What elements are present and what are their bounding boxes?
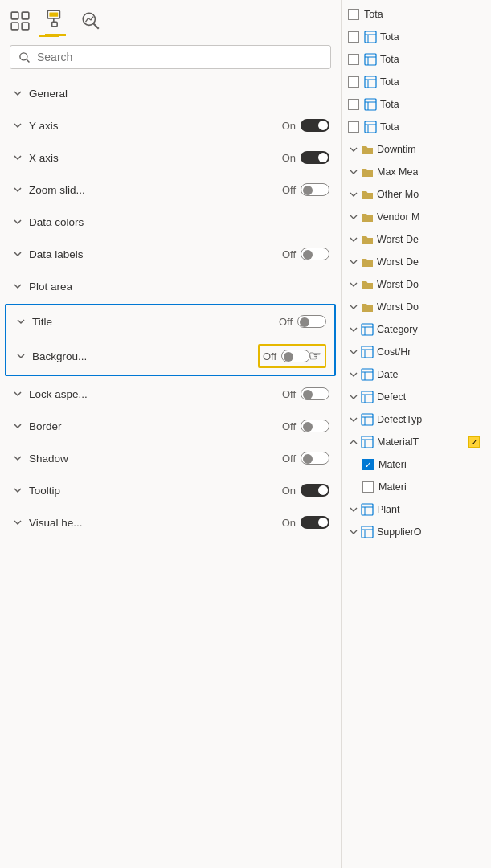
folder-icon [361, 278, 374, 291]
partial-checkbox[interactable]: ✓ [468, 436, 480, 448]
tree-checkbox[interactable] [362, 481, 374, 493]
setting-row-data-labels[interactable]: Data labels Off [0, 238, 341, 270]
tree-label: Tota [380, 31, 399, 43]
table-icon [364, 31, 377, 43]
lock-aspect-toggle[interactable]: Off [282, 387, 329, 400]
paint-roller-icon [45, 8, 66, 29]
data-labels-toggle[interactable]: Off [282, 248, 329, 260]
list-item[interactable]: Tota [342, 3, 491, 26]
sub-item-materi1[interactable]: ✓ Materi [342, 453, 491, 476]
title-toggle-label: Off [279, 316, 293, 328]
list-item[interactable]: Tota [342, 93, 491, 116]
tooltip-toggle-track[interactable] [301, 484, 329, 497]
setting-row-plot-area[interactable]: Plot area [0, 270, 341, 302]
title-toggle[interactable]: Off [279, 315, 326, 328]
folder-item-vendor-m[interactable]: Vendor M [342, 206, 491, 228]
setting-row-border[interactable]: Border Off [0, 410, 341, 442]
chevron-down-icon [348, 414, 359, 425]
table-item-costhr[interactable]: Cost/Hr [342, 341, 491, 363]
background-toggle[interactable]: Off ☞ [258, 344, 326, 368]
chevron-icon [11, 484, 24, 497]
tree-label: Tota [380, 99, 399, 110]
list-item[interactable]: Tota [342, 71, 491, 93]
chevron-down-icon [348, 391, 359, 403]
background-toggle-track[interactable] [281, 350, 310, 362]
sub-item-materi2[interactable]: Materi [342, 476, 491, 498]
chevron-icon [11, 151, 24, 164]
folder-item-max-mea[interactable]: Max Mea [342, 161, 491, 183]
cursor-pointer-icon: ☞ [309, 347, 321, 365]
folder-item-worst-do2[interactable]: Worst Do [342, 296, 491, 318]
tree-checkbox-checked[interactable]: ✓ [362, 459, 374, 470]
list-item[interactable]: Tota [342, 116, 491, 138]
table-item-defect[interactable]: Defect [342, 386, 491, 408]
visual-header-toggle-track[interactable] [301, 516, 329, 529]
setting-row-visual-header[interactable]: Visual he... On [0, 506, 341, 538]
toolbar-paint-button[interactable] [45, 8, 66, 36]
setting-row-zoom-slider[interactable]: Zoom slid... Off [0, 174, 341, 206]
setting-row-y-axis[interactable]: Y axis On [0, 109, 341, 141]
zoom-slider-toggle[interactable]: Off [282, 183, 329, 196]
tree-checkbox[interactable] [348, 54, 359, 65]
visual-header-toggle-label: On [282, 517, 296, 529]
y-axis-toggle[interactable]: On [282, 119, 329, 132]
setting-row-x-axis[interactable]: X axis On [0, 141, 341, 174]
highlighted-title-bg-group: Title Off Backgrou... Off ☞ [5, 304, 336, 376]
svg-rect-5 [49, 12, 58, 16]
folder-item-worst-de1[interactable]: Worst De [342, 228, 491, 251]
title-toggle-track[interactable] [297, 315, 326, 328]
tree-checkbox[interactable] [348, 31, 359, 43]
table-icon [361, 368, 374, 381]
setting-row-lock-aspect[interactable]: Lock aspe... Off [0, 378, 341, 410]
chevron-down-icon [348, 324, 359, 335]
visual-header-toggle[interactable]: On [282, 516, 329, 529]
tree-checkbox[interactable] [348, 121, 359, 133]
border-toggle-track[interactable] [301, 420, 329, 432]
folder-item-worst-do1[interactable]: Worst Do [342, 273, 491, 296]
search-input[interactable] [37, 51, 322, 63]
lock-aspect-toggle-track[interactable] [301, 387, 329, 400]
folder-item-worst-de2[interactable]: Worst De [342, 251, 491, 273]
folder-item-other-mo[interactable]: Other Mo [342, 183, 491, 206]
border-toggle-label: Off [282, 420, 296, 432]
folder-item-downtime[interactable]: Downtim [342, 138, 491, 161]
chevron-icon [11, 248, 24, 260]
tree-checkbox[interactable] [348, 9, 359, 20]
table-item-materialt[interactable]: MaterialT ✓ [342, 431, 491, 453]
list-item[interactable]: Tota [342, 48, 491, 71]
toolbar-analytics-button[interactable] [80, 10, 101, 36]
tooltip-toggle[interactable]: On [282, 484, 329, 497]
table-item-date[interactable]: Date [342, 363, 491, 386]
tree-checkbox[interactable] [348, 99, 359, 110]
setting-row-tooltip[interactable]: Tooltip On [0, 474, 341, 506]
table-item-suppliero[interactable]: SupplierO [342, 521, 491, 543]
table-item-defecttyp[interactable]: DefectTyp [342, 408, 491, 431]
setting-row-background[interactable]: Backgrou... Off ☞ [6, 338, 334, 375]
setting-row-shadow[interactable]: Shadow Off [0, 442, 341, 474]
x-axis-toggle[interactable]: On [282, 151, 329, 164]
table-item-plant[interactable]: Plant [342, 498, 491, 521]
toolbar-grid-button[interactable] [10, 10, 31, 36]
list-item[interactable]: Tota [342, 26, 491, 48]
tree-label: MaterialT [377, 436, 419, 448]
y-axis-toggle-track[interactable] [301, 119, 329, 132]
svg-rect-45 [362, 504, 373, 515]
table-item-category[interactable]: Category [342, 318, 491, 341]
svg-line-11 [27, 59, 30, 62]
shadow-toggle-track[interactable] [301, 452, 329, 465]
data-labels-toggle-track[interactable] [301, 248, 329, 260]
setting-row-title[interactable]: Title Off [6, 305, 334, 338]
svg-rect-15 [365, 54, 376, 65]
zoom-slider-toggle-track[interactable] [301, 183, 329, 196]
border-toggle[interactable]: Off [282, 420, 329, 432]
setting-row-general[interactable]: General [0, 77, 341, 109]
setting-label-general: General [29, 88, 329, 100]
svg-rect-2 [11, 23, 18, 30]
table-icon [361, 526, 374, 538]
shadow-toggle[interactable]: Off [282, 452, 329, 465]
tooltip-toggle-label: On [282, 485, 296, 497]
setting-row-data-colors[interactable]: Data colors [0, 206, 341, 238]
setting-label-background: Backgrou... [32, 350, 258, 362]
tree-checkbox[interactable] [348, 76, 359, 88]
x-axis-toggle-track[interactable] [301, 151, 329, 164]
